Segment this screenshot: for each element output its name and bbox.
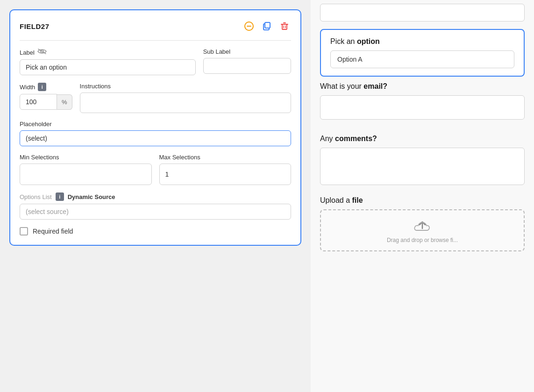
comments-section: Any comments? (320, 129, 525, 187)
pick-option-label-normal: Pick an (330, 37, 357, 45)
dynamic-source-label: Dynamic Source (68, 193, 115, 200)
sublabel-text: Sub Label (203, 48, 291, 55)
placeholder-input[interactable] (20, 130, 291, 146)
field-title: FIELD27 (20, 22, 50, 30)
top-input-preview (320, 4, 525, 21)
svg-rect-3 (265, 22, 270, 28)
max-selections-input[interactable] (159, 164, 292, 185)
comments-textarea[interactable] (320, 148, 525, 185)
min-max-row: Min Selections Max Selections (20, 154, 291, 185)
upload-zone[interactable]: Drag and drop or browse fi... (320, 209, 525, 251)
placeholder-label: Placeholder (20, 121, 291, 128)
options-list-section: Options List i Dynamic Source (20, 192, 291, 220)
width-group: Width i % (20, 83, 72, 110)
right-panel: Pick an option What is your email? Any c… (311, 0, 534, 392)
width-input[interactable] (20, 94, 57, 110)
minus-button[interactable] (242, 20, 256, 33)
copy-button[interactable] (260, 20, 273, 33)
trash-icon (279, 21, 290, 31)
upload-icon (413, 217, 432, 234)
pick-option-card: Pick an option (320, 29, 525, 77)
options-source-input[interactable] (20, 204, 291, 220)
label-input[interactable] (20, 59, 196, 75)
instructions-input[interactable] (80, 93, 291, 113)
email-input[interactable] (320, 95, 525, 120)
width-header: Width i (20, 83, 72, 91)
pick-option-dropdown[interactable] (330, 50, 514, 68)
comments-label: Any comments? (320, 135, 525, 143)
delete-button[interactable] (278, 20, 291, 33)
sublabel-input[interactable] (203, 58, 291, 74)
max-selections-group: Max Selections (159, 154, 292, 185)
options-list-header: Options List i Dynamic Source (20, 192, 291, 201)
comments-label-bold: comments? (335, 135, 377, 143)
email-label-normal: What is your (320, 82, 363, 90)
left-panel: FIELD27 (0, 0, 311, 392)
min-selections-input[interactable] (20, 164, 152, 185)
eye-slash-icon[interactable] (37, 48, 47, 57)
label-text: Label (20, 49, 35, 56)
width-label: Width (20, 84, 35, 91)
placeholder-section: Placeholder (20, 121, 291, 146)
svg-rect-4 (282, 24, 287, 29)
header-icons (242, 20, 291, 33)
sublabel-group: Sub Label (203, 48, 291, 74)
email-section: What is your email? (320, 77, 525, 120)
field-card: FIELD27 (9, 9, 301, 246)
field-card-header: FIELD27 (20, 20, 291, 33)
comments-label-normal: Any (320, 135, 335, 143)
visibility-icon (37, 48, 47, 55)
max-selections-label: Max Selections (159, 154, 292, 161)
placeholder-group: Placeholder (20, 121, 291, 146)
label-header: Label (20, 48, 196, 57)
width-info-icon[interactable]: i (38, 83, 46, 91)
min-selections-label: Min Selections (20, 154, 152, 161)
copy-icon (262, 21, 272, 31)
instructions-label: Instructions (80, 83, 291, 90)
required-label: Required field (33, 228, 73, 235)
width-input-group: % (20, 94, 72, 110)
required-checkbox[interactable] (20, 227, 28, 235)
width-instructions-row: Width i % Instructions (20, 83, 291, 113)
upload-label-bold: file (352, 196, 363, 204)
email-label: What is your email? (320, 82, 525, 91)
label-group: Label (20, 48, 196, 75)
upload-label: Upload a file (320, 196, 525, 205)
email-label-bold: email? (363, 82, 387, 90)
label-sublabel-row: Label Sub Label (20, 48, 291, 75)
divider (20, 40, 291, 41)
upload-label-normal: Upload a (320, 196, 352, 204)
pick-option-label-bold: option (357, 37, 380, 45)
upload-text: Drag and drop or browse fi... (387, 237, 458, 243)
upload-section: Upload a file Drag and drop or browse fi… (320, 196, 525, 251)
required-row: Required field (20, 227, 291, 235)
minus-circle-icon (244, 21, 254, 31)
pick-option-label: Pick an option (330, 37, 514, 46)
min-selections-group: Min Selections (20, 154, 152, 185)
instructions-group: Instructions (80, 83, 291, 113)
options-list-label: Options List (20, 193, 52, 200)
width-suffix: % (57, 94, 72, 110)
options-info-icon[interactable]: i (56, 192, 64, 201)
